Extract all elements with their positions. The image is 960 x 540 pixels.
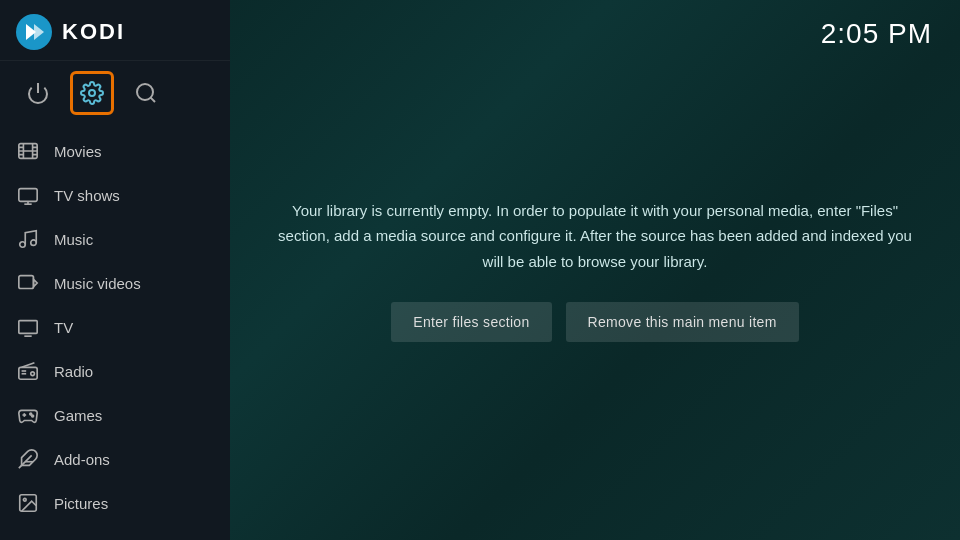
music-icon <box>16 227 40 251</box>
radio-icon <box>16 359 40 383</box>
sidebar-item-movies[interactable]: Movies <box>0 129 230 173</box>
svg-point-11 <box>20 242 26 248</box>
sidebar-item-tv-shows[interactable]: TV shows <box>0 173 230 217</box>
svg-point-18 <box>31 372 35 376</box>
music-videos-icon <box>16 271 40 295</box>
sidebar-item-pictures-label: Pictures <box>54 495 108 512</box>
svg-marker-14 <box>34 279 38 286</box>
empty-library-card: Your library is currently empty. In orde… <box>255 178 935 363</box>
movies-icon <box>16 139 40 163</box>
sidebar-item-movies-label: Movies <box>54 143 102 160</box>
pictures-icon <box>16 491 40 515</box>
tv-shows-icon <box>16 183 40 207</box>
kodi-logo-icon <box>16 14 52 50</box>
tv-icon <box>16 315 40 339</box>
svg-rect-13 <box>19 276 34 289</box>
sidebar-item-games-label: Games <box>54 407 102 424</box>
sidebar-item-music-videos-label: Music videos <box>54 275 141 292</box>
main-content: 2:05 PM Your library is currently empty.… <box>230 0 960 540</box>
sidebar-item-games[interactable]: Games <box>0 393 230 437</box>
svg-point-24 <box>32 415 34 417</box>
search-icon <box>134 81 158 105</box>
svg-point-4 <box>89 90 95 96</box>
remove-menu-item-button[interactable]: Remove this main menu item <box>566 302 799 342</box>
sidebar-item-music-label: Music <box>54 231 93 248</box>
search-button[interactable] <box>124 71 168 115</box>
svg-point-28 <box>23 498 26 501</box>
svg-point-5 <box>137 84 153 100</box>
nav-menu: Movies TV shows Music <box>0 125 230 540</box>
sidebar-item-tv-label: TV <box>54 319 73 336</box>
power-button[interactable] <box>16 71 60 115</box>
add-ons-icon <box>16 447 40 471</box>
enter-files-button[interactable]: Enter files section <box>391 302 551 342</box>
power-icon <box>26 81 50 105</box>
sidebar-item-radio[interactable]: Radio <box>0 349 230 393</box>
time-display: 2:05 PM <box>821 18 932 50</box>
svg-line-6 <box>151 98 155 102</box>
sidebar-item-add-ons-label: Add-ons <box>54 451 110 468</box>
sidebar-item-radio-label: Radio <box>54 363 93 380</box>
sidebar-item-tv-shows-label: TV shows <box>54 187 120 204</box>
sidebar-item-music-videos[interactable]: Music videos <box>0 261 230 305</box>
app-title: KODI <box>62 19 125 45</box>
svg-rect-8 <box>19 189 37 202</box>
settings-button[interactable] <box>70 71 114 115</box>
svg-rect-15 <box>19 321 37 334</box>
sidebar-item-pictures[interactable]: Pictures <box>0 481 230 525</box>
games-icon <box>16 403 40 427</box>
sidebar-item-tv[interactable]: TV <box>0 305 230 349</box>
empty-library-message: Your library is currently empty. In orde… <box>275 198 915 275</box>
app-header: KODI <box>0 0 230 61</box>
sidebar-item-music[interactable]: Music <box>0 217 230 261</box>
top-icon-bar <box>0 61 230 125</box>
sidebar: KODI <box>0 0 230 540</box>
svg-point-12 <box>31 240 37 246</box>
sidebar-item-add-ons[interactable]: Add-ons <box>0 437 230 481</box>
settings-icon <box>80 81 104 105</box>
action-buttons: Enter files section Remove this main men… <box>275 302 915 342</box>
